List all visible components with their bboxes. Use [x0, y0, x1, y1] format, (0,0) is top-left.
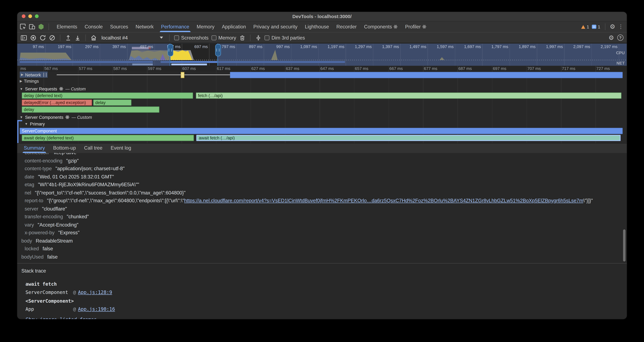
stack-frame: App@App.js:190:16	[26, 305, 627, 313]
warnings-badge[interactable]: 1	[581, 24, 589, 29]
tab-performance[interactable]: Performance	[157, 22, 193, 32]
source-location-link[interactable]: App.js:190:16	[78, 306, 115, 312]
collapse-triangle-icon[interactable]: ▼	[25, 122, 28, 126]
summary-pane[interactable]: connection"keep-alive" content-encoding"…	[17, 153, 627, 319]
group-primary[interactable]: ▼ Primary	[25, 121, 45, 126]
reload-record-icon[interactable]	[40, 34, 46, 41]
timeline-overview[interactable]: 97 ms197 ms297 ms397 ms497 ms597 ms697 m…	[17, 44, 627, 66]
collapse-triangle-icon[interactable]: ▼	[20, 87, 23, 91]
response-properties: connection"keep-alive" content-encoding"…	[17, 153, 627, 261]
history-select[interactable]: localhost #4	[100, 35, 165, 41]
track-server-requests[interactable]: ▼ Server Requests — Custom	[20, 86, 86, 91]
inspect-icon[interactable]	[20, 24, 26, 30]
download-profile-icon[interactable]	[74, 34, 81, 41]
window-title: DevTools - localhost:3000/	[17, 12, 627, 21]
device-toolbar-icon[interactable]	[29, 24, 35, 30]
tab-call-tree[interactable]: Call tree	[80, 144, 107, 153]
upload-profile-icon[interactable]	[65, 34, 72, 41]
tab-components[interactable]: Components	[360, 22, 402, 32]
property-row: content-encoding"gzip"	[17, 157, 627, 165]
net-lane-label: NET	[616, 61, 625, 66]
screen: DevTools - localhost:3000/ Elements Cons…	[0, 0, 644, 342]
track-server-components[interactable]: ▼ Server Components — Custom	[20, 115, 92, 120]
issues-icon	[592, 25, 596, 29]
tab-memory[interactable]: Memory	[193, 22, 218, 32]
record-icon[interactable]	[30, 34, 36, 41]
show-ignore-listed-frames-link[interactable]: Show ignore-listed frames	[26, 316, 627, 319]
issues-badge[interactable]: 1	[592, 24, 600, 29]
tab-bottom-up[interactable]: Bottom-up	[49, 144, 80, 153]
settings-gear-icon[interactable]: ⚙	[610, 24, 615, 30]
stack-frame: <ServerComponent>	[26, 297, 627, 305]
track-grip-icon[interactable]	[44, 73, 46, 77]
collect-garbage-icon[interactable]	[239, 34, 246, 41]
selection-handle-left[interactable]: | |	[170, 44, 170, 66]
track-network[interactable]: ▶ Network	[20, 72, 48, 78]
vertical-scrollbar-thumb[interactable]	[623, 229, 626, 261]
react-atom-icon	[59, 87, 64, 91]
expand-triangle-icon[interactable]: ▶	[20, 79, 22, 83]
screenshots-checkbox[interactable]: Screenshots	[174, 35, 208, 41]
tab-application[interactable]: Application	[218, 22, 250, 32]
tab-console[interactable]: Console	[81, 22, 106, 32]
event-bar-delay[interactable]: delay	[22, 106, 159, 113]
divider	[169, 34, 170, 41]
tab-sources[interactable]: Sources	[106, 22, 132, 32]
event-bar-await-fetch-selected[interactable]: await fetch (…/api)	[196, 135, 620, 141]
event-bar-fetch-api[interactable]: fetch (…/api)	[196, 93, 621, 99]
devtools-window: DevTools - localhost:3000/ Elements Cons…	[17, 12, 627, 319]
performance-toolbar: localhost #4 Screenshots Memory Dim 3rd …	[17, 33, 627, 43]
dim-3rd-parties-checkbox[interactable]: Dim 3rd parties	[264, 35, 305, 41]
tab-lighthouse[interactable]: Lighthouse	[301, 22, 332, 32]
tab-event-log[interactable]: Event log	[106, 144, 135, 153]
stack-frame: await fetch	[26, 280, 627, 288]
expand-triangle-icon[interactable]: ▶	[21, 73, 24, 77]
details-tabbar: Summary Bottom-up Call tree Event log	[17, 143, 627, 153]
tab-privacy-and-security[interactable]: Privacy and security	[250, 22, 301, 32]
stack-trace: await fetch ServerComponent@App.js:128:9…	[17, 280, 627, 319]
report-endpoint-link[interactable]: https://a.nel.cloudflare.com/report/v4?s…	[184, 198, 583, 203]
live-metrics-home-icon[interactable]	[90, 34, 97, 41]
track-timings[interactable]: ▶ Timings	[20, 78, 39, 84]
property-row: date"Wed, 01 Oct 2025 18:32:01 GMT"	[17, 173, 627, 181]
event-bar-delay-deferred[interactable]: delay (deferred text)	[22, 93, 193, 99]
divider	[60, 34, 60, 41]
toggle-history-icon[interactable]	[20, 34, 27, 41]
cpu-lane-label: CPU	[616, 51, 625, 55]
tab-network[interactable]: Network	[132, 22, 157, 32]
drag-grip-icon[interactable]: | |	[168, 44, 173, 56]
event-bar-delayed-error[interactable]: delayedError (…ayed exception)	[22, 100, 92, 106]
node-icon[interactable]	[38, 24, 44, 30]
clear-icon[interactable]	[49, 34, 55, 41]
tab-summary[interactable]: Summary	[20, 144, 49, 153]
collapse-triangle-icon[interactable]: ▼	[20, 115, 23, 119]
event-bar-delay[interactable]: delay	[93, 100, 131, 106]
tab-recorder[interactable]: Recorder	[332, 22, 360, 32]
flame-chart[interactable]: ▶ Network ▶ Timings ▼ Server Requests — …	[17, 72, 627, 143]
checkbox-icon	[174, 35, 179, 40]
property-row: bodyUsedfalse	[17, 253, 627, 261]
memory-checkbox[interactable]: Memory	[212, 35, 236, 41]
selection-handle-right[interactable]: | |	[217, 44, 218, 66]
event-bar-server-component[interactable]: ServerComponent	[20, 128, 622, 134]
chevron-down-icon	[160, 37, 163, 39]
kebab-menu-icon[interactable]: ⋮	[618, 24, 624, 30]
panel-settings-gear-icon[interactable]: ⚙	[608, 34, 614, 41]
tab-profiler[interactable]: Profiler	[402, 22, 430, 32]
tab-elements[interactable]: Elements	[53, 22, 81, 32]
stack-trace-title: Stack trace	[17, 267, 627, 275]
source-location-link[interactable]: App.js:128:9	[78, 289, 112, 295]
network-request-bar[interactable]	[181, 72, 184, 78]
drag-grip-icon[interactable]: | |	[215, 44, 221, 56]
collapse-shortcuts-icon[interactable]	[255, 34, 262, 41]
section-divider	[17, 263, 627, 264]
property-row: x-powered-by"Express"	[17, 229, 627, 237]
help-icon[interactable]: ?	[618, 35, 624, 41]
overview-ruler: 97 ms197 ms297 ms397 ms497 ms597 ms697 m…	[17, 44, 627, 49]
property-row: bodyReadableStream	[17, 237, 627, 245]
divider	[605, 24, 605, 30]
network-request-bar[interactable]	[230, 72, 622, 78]
divider	[250, 34, 251, 41]
event-bar-await-delay[interactable]: await delay (deferred text)	[22, 135, 194, 141]
property-row-report-to: report-to"{\"group\":\"cf-nel\",\"max_ag…	[17, 197, 627, 205]
